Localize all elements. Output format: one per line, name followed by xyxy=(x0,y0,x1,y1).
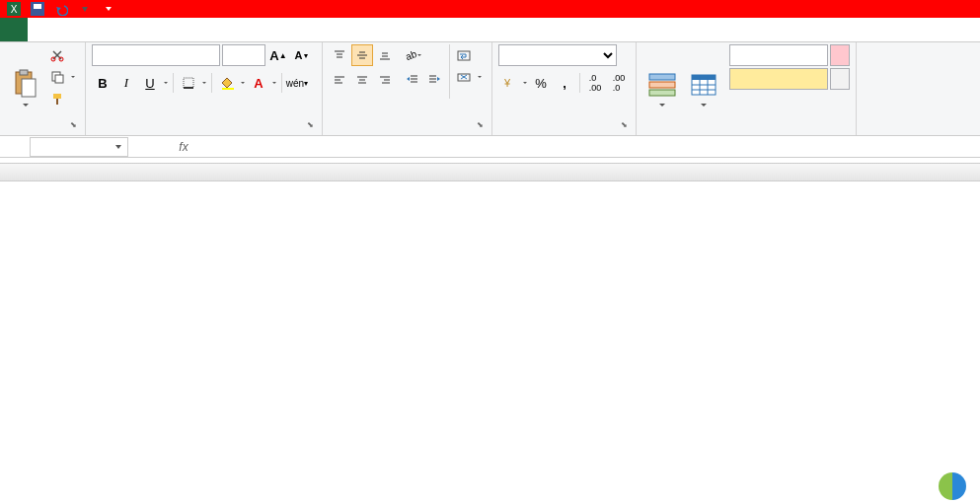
svg-rect-46 xyxy=(649,90,675,96)
quick-access-toolbar: X xyxy=(0,1,118,17)
ribbon-tabs xyxy=(0,18,980,42)
decrease-font-icon[interactable]: A▼ xyxy=(291,44,313,66)
group-styles xyxy=(637,42,857,135)
decrease-indent-icon[interactable] xyxy=(402,69,423,91)
spreadsheet-grid[interactable] xyxy=(0,164,980,181)
increase-indent-icon[interactable] xyxy=(423,69,445,91)
format-as-table-button[interactable] xyxy=(684,44,723,131)
wrap-icon xyxy=(457,48,471,62)
formula-bar: fx xyxy=(0,136,980,158)
ribbon: ⬊ A▲ A▼ B I U A wén▾ ⬊ xyxy=(0,42,980,136)
svg-rect-45 xyxy=(649,82,675,88)
svg-rect-12 xyxy=(56,99,58,105)
wrap-text-button[interactable] xyxy=(454,44,486,65)
merge-center-button[interactable] xyxy=(454,66,486,87)
percent-icon[interactable]: % xyxy=(530,72,552,94)
scissors-icon xyxy=(50,48,64,62)
file-tab[interactable] xyxy=(0,18,28,41)
font-size-select[interactable] xyxy=(222,44,265,66)
decrease-decimal-icon[interactable]: .00.0 xyxy=(608,72,630,94)
align-right-icon[interactable] xyxy=(374,69,396,91)
svg-rect-6 xyxy=(22,79,36,97)
phonetic-button[interactable]: wén▾ xyxy=(286,72,308,94)
conditional-format-icon xyxy=(646,69,678,101)
group-clipboard: ⬊ xyxy=(0,42,86,135)
dropdown-icon xyxy=(22,103,30,108)
cell-style-neutral[interactable] xyxy=(729,68,828,90)
align-bottom-icon[interactable] xyxy=(374,44,396,66)
title-bar: X xyxy=(0,0,980,18)
svg-rect-48 xyxy=(692,75,716,80)
watermark-logo-icon xyxy=(939,472,966,500)
svg-rect-13 xyxy=(184,78,193,88)
name-box-dropdown-icon[interactable] xyxy=(114,144,122,150)
excel-icon[interactable]: X xyxy=(4,1,24,17)
watermark xyxy=(939,472,972,500)
underline-button[interactable]: U xyxy=(139,72,161,94)
align-launcher-icon[interactable]: ⬊ xyxy=(474,120,486,132)
cell-style-calc[interactable] xyxy=(830,68,850,90)
group-number: ¥ % , .0.00 .00.0 ⬊ xyxy=(492,42,637,135)
redo-icon[interactable] xyxy=(75,1,95,17)
bold-button[interactable]: B xyxy=(92,72,113,94)
svg-rect-11 xyxy=(53,94,61,99)
group-alignment: ab ⬊ xyxy=(323,42,492,135)
align-top-icon[interactable] xyxy=(329,44,350,66)
svg-rect-10 xyxy=(55,75,63,83)
paste-button[interactable] xyxy=(6,44,45,131)
number-format-select[interactable] xyxy=(498,44,617,66)
clipboard-launcher-icon[interactable]: ⬊ xyxy=(67,120,79,132)
merge-icon xyxy=(457,70,471,84)
conditional-format-button[interactable] xyxy=(642,44,682,131)
paste-icon xyxy=(10,69,41,101)
svg-text:¥: ¥ xyxy=(503,77,511,89)
font-name-select[interactable] xyxy=(92,44,220,66)
number-launcher-icon[interactable]: ⬊ xyxy=(618,120,630,132)
qat-dropdown-icon[interactable] xyxy=(99,1,118,17)
svg-rect-5 xyxy=(20,70,28,75)
save-icon[interactable] xyxy=(28,1,47,17)
svg-text:X: X xyxy=(11,4,18,15)
undo-icon[interactable] xyxy=(51,1,71,17)
comma-icon[interactable]: , xyxy=(554,72,575,94)
accounting-format-icon[interactable]: ¥ xyxy=(498,72,520,94)
increase-font-icon[interactable]: A▲ xyxy=(267,44,289,66)
table-format-icon xyxy=(688,69,719,101)
align-center-icon[interactable] xyxy=(351,69,373,91)
svg-rect-3 xyxy=(34,4,41,9)
cell-style-normal[interactable] xyxy=(729,44,828,66)
border-button[interactable] xyxy=(178,72,199,94)
svg-rect-44 xyxy=(649,74,675,80)
orientation-button[interactable]: ab xyxy=(402,44,423,66)
formula-input[interactable] xyxy=(235,138,980,156)
svg-rect-15 xyxy=(222,88,234,90)
fill-color-button[interactable] xyxy=(216,72,238,94)
align-left-icon[interactable] xyxy=(329,69,350,91)
increase-decimal-icon[interactable]: .0.00 xyxy=(584,72,606,94)
name-box[interactable] xyxy=(30,137,128,157)
brush-icon xyxy=(50,92,64,106)
cell-style-bad[interactable] xyxy=(830,44,850,66)
cut-button[interactable] xyxy=(47,44,79,65)
svg-text:ab: ab xyxy=(405,48,416,62)
group-font: A▲ A▼ B I U A wén▾ ⬊ xyxy=(86,42,323,135)
svg-rect-41 xyxy=(458,51,470,60)
copy-icon xyxy=(50,70,64,84)
fx-button[interactable]: fx xyxy=(172,140,195,154)
font-color-button[interactable]: A xyxy=(248,72,269,94)
font-launcher-icon[interactable]: ⬊ xyxy=(304,120,316,132)
format-painter-button[interactable] xyxy=(47,88,79,108)
italic-button[interactable]: I xyxy=(115,72,137,94)
align-middle-icon[interactable] xyxy=(351,44,373,66)
copy-button[interactable] xyxy=(47,66,79,87)
